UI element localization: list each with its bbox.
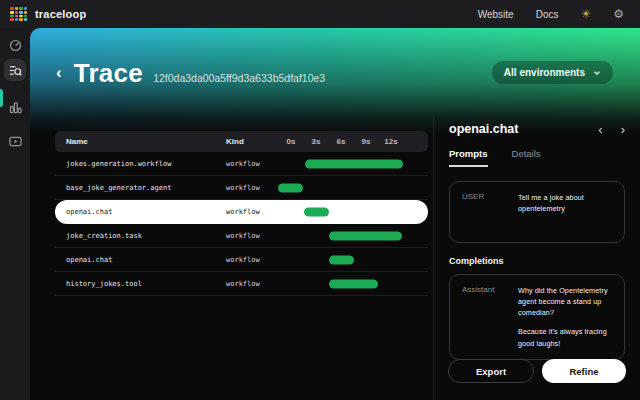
span-kind: workflow [226, 280, 273, 288]
prev-span-button[interactable]: ‹ [598, 123, 602, 136]
span-name: base_joke_generator.agent [55, 184, 226, 192]
traceloop-logo-icon[interactable] [10, 7, 27, 21]
active-nav-indicator [0, 89, 3, 107]
tab-prompts[interactable]: Prompts [449, 148, 488, 167]
topnav: Website Docs ☀ ⚙ [478, 8, 624, 20]
column-kind: Kind [226, 137, 273, 146]
completion-text: Why did the Opentelemetry agent become a… [518, 285, 612, 349]
tick-label: 6s [329, 137, 353, 146]
table-row[interactable]: openai.chat workflow [55, 248, 428, 272]
sidebar-item-analytics[interactable] [4, 96, 26, 118]
trace-search-icon [9, 64, 22, 77]
trace-id: 12f0da3da00a5ff9d3a633b5dfaf10e3 [153, 72, 325, 84]
sidebar-item-dashboard[interactable] [4, 34, 26, 56]
trace-span-table: Name Kind 0s 3s 6s 9s 12s jokes.generati… [55, 131, 428, 296]
table-row[interactable]: history_jokes.tool workflow [55, 272, 428, 296]
span-duration-track [273, 152, 403, 175]
tick-label: 0s [279, 137, 303, 146]
span-name: jokes.generation.workflow [55, 160, 226, 168]
span-duration-bar [304, 208, 329, 217]
prompt-text: Tell me a joke about opentelemetry [518, 192, 612, 232]
span-duration-bar [329, 279, 378, 288]
table-row[interactable]: joke_creation.task workflow [55, 224, 428, 248]
completion-paragraph: Why did the Opentelemetry agent become a… [518, 285, 612, 318]
completion-paragraph: Because it's always tracing good laughs! [518, 326, 612, 348]
span-duration-bar [329, 231, 402, 240]
tick-label: 9s [354, 137, 378, 146]
table-row[interactable]: base_joke_generator.agent workflow [55, 176, 428, 200]
completion-role-label: Assistant [462, 285, 508, 349]
span-duration-bar [305, 159, 403, 168]
refine-button[interactable]: Refine [542, 359, 626, 383]
sidebar [0, 28, 30, 400]
span-duration-track [273, 200, 403, 224]
gear-icon[interactable]: ⚙ [613, 8, 624, 20]
gauge-icon [9, 39, 22, 52]
span-duration-bar [278, 183, 303, 192]
span-kind: workflow [226, 160, 273, 168]
sun-icon[interactable]: ☀ [580, 8, 591, 20]
tick-label: 3s [304, 137, 328, 146]
brand-name: traceloop [35, 8, 86, 20]
chart-icon [9, 101, 22, 114]
page-title: Trace [74, 58, 143, 89]
tick-label: 12s [379, 137, 403, 146]
tab-details[interactable]: Details [512, 148, 541, 167]
table-row-selected[interactable]: openai.chat workflow [55, 200, 428, 224]
export-button[interactable]: Export [448, 359, 534, 383]
span-duration-track [273, 224, 403, 247]
completions-heading: Completions [449, 256, 625, 266]
environment-selector-value: All environments [504, 67, 585, 78]
sidebar-item-traces[interactable] [4, 59, 26, 81]
span-name: openai.chat [55, 256, 226, 264]
table-header: Name Kind 0s 3s 6s 9s 12s [55, 131, 428, 152]
topbar: traceloop Website Docs ☀ ⚙ [0, 0, 640, 28]
span-kind: workflow [226, 208, 273, 216]
span-name: openai.chat [55, 208, 226, 216]
timeline-ticks: 0s 3s 6s 9s 12s [273, 131, 403, 152]
span-kind: workflow [226, 184, 273, 192]
span-duration-track [273, 248, 403, 271]
main-content: ‹ Trace 12f0da3da00a5ff9d3a633b5dfaf10e3… [30, 28, 640, 400]
prompt-role-label: USER [462, 192, 508, 232]
player-icon [9, 135, 22, 148]
completion-message-box: Assistant Why did the Opentelemetry agen… [449, 274, 625, 360]
environment-selector[interactable]: All environments [492, 61, 613, 84]
span-detail-title: openai.chat [449, 122, 518, 136]
table-row[interactable]: jokes.generation.workflow workflow [55, 152, 428, 176]
prompt-message-box: USER Tell me a joke about opentelemetry [449, 181, 625, 243]
span-detail-panel: openai.chat ‹ › Prompts Details USER Tel… [433, 116, 640, 400]
span-name: history_jokes.tool [55, 280, 226, 288]
span-duration-bar [329, 255, 354, 264]
span-duration-track [273, 176, 403, 199]
sidebar-item-playground[interactable] [4, 130, 26, 152]
nav-docs-link[interactable]: Docs [536, 9, 559, 20]
span-name: joke_creation.task [55, 232, 226, 240]
span-kind: workflow [226, 232, 273, 240]
detail-tabs: Prompts Details [449, 148, 625, 167]
next-span-button[interactable]: › [621, 123, 625, 136]
nav-website-link[interactable]: Website [478, 9, 514, 20]
span-duration-track [273, 272, 403, 295]
span-kind: workflow [226, 256, 273, 264]
chevron-down-icon [593, 69, 601, 77]
back-button[interactable]: ‹ [56, 63, 62, 83]
column-name: Name [55, 137, 226, 146]
